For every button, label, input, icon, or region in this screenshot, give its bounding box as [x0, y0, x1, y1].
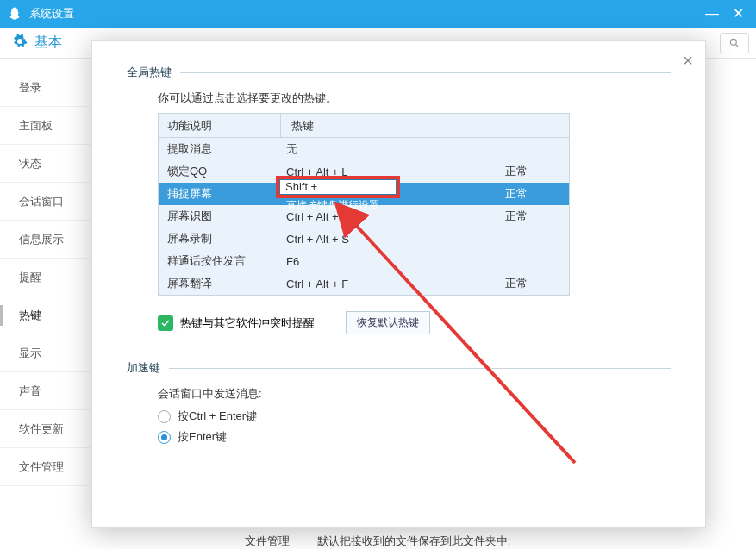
sidebar-item[interactable]: 提醒 — [0, 259, 90, 296]
sidebar-item[interactable]: 文件管理 — [0, 448, 90, 486]
hotkey-row[interactable]: 群通话按住发言F6 — [159, 250, 569, 272]
accelerator-prompt: 会话窗口中发送消息: — [158, 386, 671, 402]
col-func: 功能说明 — [159, 114, 281, 137]
hotkey-func: 捕捉屏幕 — [159, 186, 281, 202]
global-hotkeys-heading-text: 全局热键 — [127, 65, 172, 80]
sidebar-item[interactable]: 声音 — [0, 372, 90, 410]
search-box[interactable] — [720, 33, 749, 53]
accelerator-heading-text: 加速键 — [127, 360, 160, 376]
sidebar-item[interactable]: 热键 — [0, 296, 90, 334]
radio-option[interactable]: 按Enter键 — [158, 429, 671, 445]
minimize-button[interactable]: ― — [705, 7, 719, 21]
hotkey-table-header: 功能说明 热键 — [159, 114, 569, 138]
hotkey-row[interactable]: 提取消息无 — [159, 138, 569, 160]
hotkey-func: 屏幕识图 — [159, 209, 281, 224]
hotkey-row[interactable]: 捕捉屏幕直接按键盘进行设置正常 — [159, 183, 569, 205]
accelerator-group: 会话窗口中发送消息: 按Ctrl + Enter键按Enter键 — [158, 386, 671, 445]
gear-icon — [12, 34, 28, 52]
hotkey-func: 锁定QQ — [159, 164, 281, 179]
sidebar-item[interactable]: 状态 — [0, 145, 90, 183]
radio-label: 按Enter键 — [178, 429, 227, 445]
hotkey-settings-modal: × 全局热键 你可以通过点击选择要更改的热键。 功能说明 热键 提取消息无锁定Q… — [91, 40, 706, 528]
accelerator-heading: 加速键 — [127, 360, 671, 376]
hotkey-value[interactable]: Ctrl + Alt + O — [281, 210, 505, 223]
sidebar-item[interactable]: 软件更新 — [0, 410, 90, 448]
hotkey-status: 正常 — [505, 276, 557, 291]
app-logo-icon — [7, 6, 22, 22]
svg-line-1 — [736, 44, 739, 47]
hotkey-func: 提取消息 — [159, 141, 281, 157]
title-bar: 系统设置 ― ✕ — [0, 0, 756, 28]
hotkey-value[interactable]: 直接按键盘进行设置 — [281, 176, 505, 213]
conflict-checkbox[interactable] — [158, 315, 173, 331]
hotkey-status: 正常 — [505, 164, 557, 179]
hotkey-value[interactable]: F6 — [281, 255, 505, 268]
close-button[interactable]: ✕ — [733, 7, 744, 21]
conflict-label: 热键与其它软件冲突时提醒 — [180, 315, 315, 331]
hotkey-status: 正常 — [505, 209, 557, 224]
close-icon[interactable]: × — [683, 51, 693, 71]
radio-option[interactable]: 按Ctrl + Enter键 — [158, 409, 671, 424]
hotkey-value[interactable]: Ctrl + Alt + S — [281, 233, 505, 246]
hotkey-func: 屏幕翻译 — [159, 276, 281, 291]
hotkey-input[interactable] — [279, 179, 397, 195]
global-hotkeys-hint: 你可以通过点击选择要更改的热键。 — [158, 90, 671, 106]
hotkey-row[interactable]: 屏幕翻译Ctrl + Alt + F正常 — [159, 272, 569, 295]
file-management-label: 文件管理 — [245, 534, 290, 547]
file-management-section: 文件管理 默认把接收到的文件保存到此文件夹中: — [245, 533, 739, 549]
window-title: 系统设置 — [29, 6, 74, 22]
global-hotkeys-heading: 全局热键 — [127, 65, 671, 80]
svg-point-0 — [730, 39, 736, 45]
hotkey-input-highlight — [276, 176, 400, 198]
hotkey-table: 功能说明 热键 提取消息无锁定QQCtrl + Alt + L正常捕捉屏幕直接按… — [158, 113, 570, 296]
sidebar-item[interactable]: 主面板 — [0, 107, 90, 145]
col-hotkey: 热键 — [281, 118, 314, 134]
hotkey-status: 正常 — [505, 186, 557, 202]
sidebar: 登录主面板状态会话窗口信息展示提醒热键显示声音软件更新文件管理 — [0, 59, 90, 549]
restore-default-hotkeys-button[interactable]: 恢复默认热键 — [346, 311, 430, 334]
sidebar-item[interactable]: 信息展示 — [0, 221, 90, 259]
sidebar-item[interactable]: 显示 — [0, 334, 90, 372]
hotkey-edit-hint: 直接按键盘进行设置 — [286, 199, 379, 211]
sidebar-item[interactable]: 会话窗口 — [0, 183, 90, 221]
hotkey-value[interactable]: Ctrl + Alt + F — [281, 278, 505, 290]
category-tab-basic[interactable]: 基本 — [34, 34, 62, 52]
radio-button[interactable] — [158, 410, 171, 423]
hotkey-row[interactable]: 屏幕录制Ctrl + Alt + S — [159, 228, 569, 250]
hotkey-func: 屏幕录制 — [159, 231, 281, 246]
hotkey-value[interactable]: 无 — [281, 141, 505, 157]
radio-button[interactable] — [158, 431, 171, 444]
sidebar-item[interactable]: 登录 — [0, 69, 90, 107]
hotkey-func: 群通话按住发言 — [159, 253, 281, 269]
conflict-row: 热键与其它软件冲突时提醒 恢复默认热键 — [158, 311, 671, 334]
file-management-desc: 默认把接收到的文件保存到此文件夹中: — [317, 534, 511, 547]
radio-label: 按Ctrl + Enter键 — [178, 409, 257, 424]
